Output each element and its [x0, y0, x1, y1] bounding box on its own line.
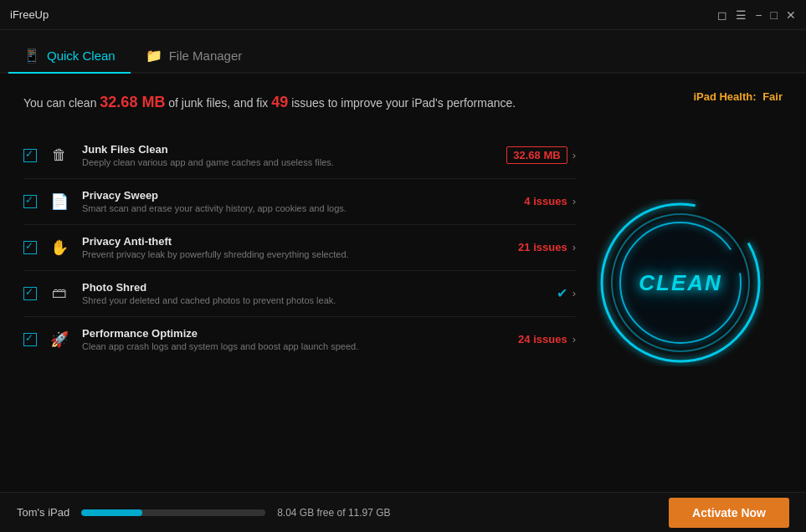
- item-row-junk-files: 🗑 Junk Files Clean Deeply clean various …: [23, 133, 576, 179]
- checkbox-privacy-antitheft[interactable]: [23, 241, 37, 254]
- junk-files-icon: 🗑: [47, 143, 72, 168]
- maximize-icon[interactable]: □: [771, 8, 778, 22]
- privacy-antitheft-issues: 21 issues: [518, 241, 567, 253]
- tab-quick-clean[interactable]: 📱 Quick Clean: [8, 39, 131, 74]
- privacy-sweep-desc: Smart scan and erase your activity histo…: [82, 203, 482, 213]
- clean-circle-wrapper[interactable]: CLEAN: [597, 199, 764, 366]
- privacy-antitheft-desc: Prevent privacy leak by powerfully shred…: [82, 249, 482, 259]
- summary-text: You can clean 32.68 MB of junk files, an…: [23, 90, 559, 115]
- privacy-sweep-title: Privacy Sweep: [82, 189, 482, 202]
- summary-suffix: issues to improve your iPad's performanc…: [288, 96, 516, 110]
- summary-prefix: You can clean: [23, 96, 100, 110]
- photo-shred-check: ✔: [557, 285, 567, 301]
- privacy-sweep-issues: 4 issues: [524, 195, 567, 207]
- privacy-antitheft-icon: ✋: [47, 235, 72, 260]
- performance-optimize-icon: 🚀: [47, 327, 72, 352]
- storage-text: 8.04 GB free of 11.97 GB: [277, 507, 390, 519]
- item-row-privacy-antitheft: ✋ Privacy Anti-theft Prevent privacy lea…: [23, 225, 576, 271]
- performance-optimize-title: Performance Optimize: [82, 327, 482, 340]
- clean-label: CLEAN: [639, 270, 722, 296]
- performance-optimize-chevron[interactable]: ›: [572, 333, 576, 345]
- privacy-sweep-text: Privacy Sweep Smart scan and erase your …: [82, 189, 482, 213]
- storage-bar-fill: [81, 509, 142, 516]
- checkbox-photo-shred[interactable]: [23, 287, 37, 300]
- junk-files-chevron[interactable]: ›: [572, 149, 576, 161]
- photo-shred-chevron[interactable]: ›: [572, 287, 576, 299]
- summary-count: 49: [271, 94, 288, 110]
- items-list: 🗑 Junk Files Clean Deeply clean various …: [23, 133, 576, 362]
- tab-file-manager-label: File Manager: [169, 49, 243, 63]
- item-row-photo-shred: 🗃 Photo Shred Shred your deleted and cac…: [23, 271, 576, 317]
- ipad-health-value: Fair: [762, 90, 783, 103]
- ipad-health-label: iPad Health:: [693, 90, 756, 103]
- app-title: iFreeUp: [10, 8, 49, 21]
- item-row-privacy-sweep: 📄 Privacy Sweep Smart scan and erase you…: [23, 179, 576, 225]
- checkbox-performance-optimize[interactable]: [23, 333, 37, 346]
- item-row-performance-optimize: 🚀 Performance Optimize Clean app crash l…: [23, 317, 576, 362]
- junk-files-text: Junk Files Clean Deeply clean various ap…: [82, 143, 482, 167]
- privacy-antitheft-title: Privacy Anti-theft: [82, 235, 482, 248]
- file-manager-icon: 📁: [146, 48, 162, 64]
- photo-shred-value: ✔ ›: [492, 285, 576, 301]
- ipad-health: iPad Health: Fair: [693, 90, 783, 103]
- privacy-antitheft-chevron[interactable]: ›: [572, 241, 576, 253]
- photo-shred-title: Photo Shred: [82, 281, 482, 294]
- junk-files-size: 32.68 MB: [506, 146, 567, 164]
- title-bar: iFreeUp ◻ ☰ − □ ✕: [0, 0, 806, 30]
- menu-icon[interactable]: ☰: [736, 8, 747, 22]
- close-icon[interactable]: ✕: [786, 8, 796, 22]
- main-content: iPad Health: Fair You can clean 32.68 MB…: [0, 74, 806, 492]
- clean-button[interactable]: CLEAN: [597, 199, 764, 366]
- quick-clean-icon: 📱: [23, 48, 40, 64]
- summary-middle: of junk files, and fix: [165, 96, 271, 110]
- storage-bar: [81, 509, 265, 516]
- tab-quick-clean-label: Quick Clean: [47, 49, 116, 63]
- performance-optimize-value: 24 issues ›: [492, 333, 576, 345]
- privacy-antitheft-value: 21 issues ›: [492, 241, 576, 253]
- checkbox-privacy-sweep[interactable]: [23, 195, 37, 208]
- junk-files-title: Junk Files Clean: [82, 143, 482, 156]
- photo-shred-desc: Shred your deleted and cached photos to …: [82, 295, 482, 305]
- window-controls: ◻ ☰ − □ ✕: [717, 8, 796, 22]
- privacy-sweep-icon: 📄: [47, 189, 72, 214]
- privacy-antitheft-text: Privacy Anti-theft Prevent privacy leak …: [82, 235, 482, 259]
- tab-file-manager[interactable]: 📁 File Manager: [131, 39, 258, 74]
- performance-optimize-desc: Clean app crash logs and system logs and…: [82, 341, 482, 351]
- performance-optimize-text: Performance Optimize Clean app crash log…: [82, 327, 482, 351]
- performance-optimize-issues: 24 issues: [518, 333, 567, 345]
- minimize-icon[interactable]: −: [755, 8, 762, 22]
- photo-shred-icon: 🗃: [47, 281, 72, 306]
- bottom-bar: Tom's iPad 8.04 GB free of 11.97 GB Acti…: [0, 492, 806, 532]
- nav-bar: 📱 Quick Clean 📁 File Manager: [0, 30, 806, 74]
- privacy-sweep-chevron[interactable]: ›: [572, 195, 576, 207]
- clean-label-center: CLEAN: [597, 199, 764, 366]
- privacy-sweep-value: 4 issues ›: [492, 195, 576, 207]
- device-name: Tom's iPad: [17, 506, 69, 519]
- checkbox-junk-files[interactable]: [23, 149, 37, 162]
- junk-files-desc: Deeply clean various app and game caches…: [82, 157, 482, 167]
- junk-files-value: 32.68 MB ›: [492, 146, 576, 164]
- photo-shred-text: Photo Shred Shred your deleted and cache…: [82, 281, 482, 305]
- mobile-icon[interactable]: ◻: [717, 8, 727, 22]
- activate-now-button[interactable]: Activate Now: [669, 498, 789, 528]
- summary-size: 32.68 MB: [100, 94, 165, 110]
